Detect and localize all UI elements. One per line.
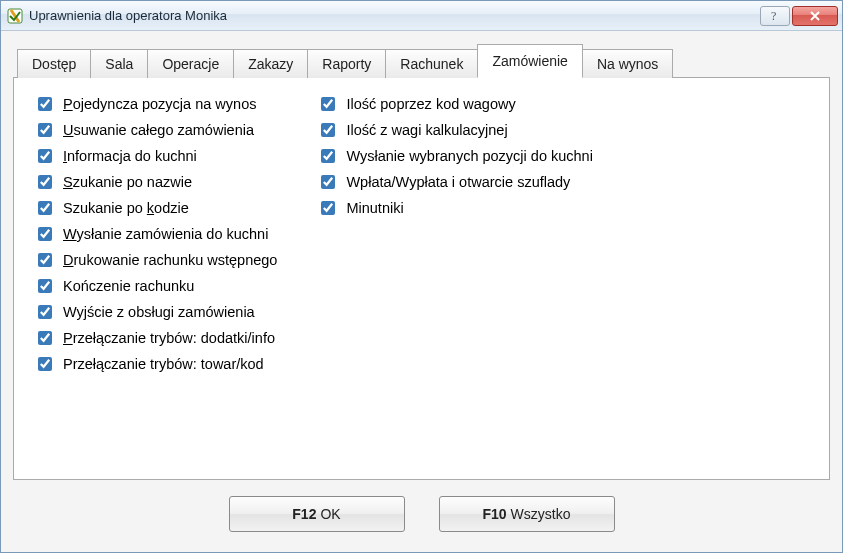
checkbox-row[interactable]: Informacja do kuchni: [34, 146, 277, 166]
ok-button[interactable]: F12 OK: [229, 496, 405, 532]
checkbox[interactable]: [321, 175, 335, 189]
tab-sala[interactable]: Sala: [90, 49, 148, 78]
help-button[interactable]: ?: [760, 6, 790, 26]
ok-button-label: OK: [320, 506, 340, 522]
checkbox[interactable]: [38, 97, 52, 111]
checkbox-column-left: Pojedyncza pozycja na wynosUsuwanie całe…: [34, 94, 277, 374]
titlebar: Uprawnienia dla operatora Monika ?: [1, 1, 842, 31]
checkbox-row[interactable]: Usuwanie całego zamówienia: [34, 120, 277, 140]
checkbox-row[interactable]: Drukowanie rachunku wstępnego: [34, 250, 277, 270]
tab-na-wynos[interactable]: Na wynos: [582, 49, 673, 78]
tab-zamówienie[interactable]: Zamówienie: [477, 44, 582, 78]
checkbox[interactable]: [38, 227, 52, 241]
checkbox-label: Szukanie po kodzie: [63, 198, 189, 218]
checkbox-label: Minutniki: [346, 198, 403, 218]
all-button[interactable]: F10 Wszystko: [439, 496, 615, 532]
checkbox-row[interactable]: Przełączanie trybów: dodatki/info: [34, 328, 277, 348]
checkbox-row[interactable]: Ilość poprzez kod wagowy: [317, 94, 592, 114]
checkbox-label: Przełączanie trybów: dodatki/info: [63, 328, 275, 348]
all-button-label: Wszystko: [511, 506, 571, 522]
checkbox[interactable]: [321, 149, 335, 163]
checkbox-label: Kończenie rachunku: [63, 276, 194, 296]
checkbox-label: Szukanie po nazwie: [63, 172, 192, 192]
svg-text:?: ?: [771, 10, 776, 22]
checkbox[interactable]: [38, 305, 52, 319]
checkbox[interactable]: [38, 149, 52, 163]
checkbox-label: Usuwanie całego zamówienia: [63, 120, 254, 140]
checkbox-label: Pojedyncza pozycja na wynos: [63, 94, 256, 114]
close-button[interactable]: [792, 6, 838, 26]
checkbox[interactable]: [321, 201, 335, 215]
ok-button-key: F12: [292, 506, 316, 522]
checkbox[interactable]: [321, 123, 335, 137]
checkbox-row[interactable]: Wpłata/Wypłata i otwarcie szuflady: [317, 172, 592, 192]
checkbox[interactable]: [38, 175, 52, 189]
checkbox[interactable]: [38, 201, 52, 215]
tab-raporty[interactable]: Raporty: [307, 49, 386, 78]
tab-dostęp[interactable]: Dostęp: [17, 49, 91, 78]
checkbox-label: Wyjście z obsługi zamówienia: [63, 302, 255, 322]
checkbox-row[interactable]: Przełączanie trybów: towar/kod: [34, 354, 277, 374]
checkbox[interactable]: [38, 123, 52, 137]
checkbox-row[interactable]: Wyjście z obsługi zamówienia: [34, 302, 277, 322]
checkbox-column-right: Ilość poprzez kod wagowyIlość z wagi kal…: [317, 94, 592, 374]
checkbox-label: Wysłanie wybranych pozycji do kuchni: [346, 146, 592, 166]
checkbox-label: Drukowanie rachunku wstępnego: [63, 250, 277, 270]
dialog-window: Uprawnienia dla operatora Monika ? Dostę…: [0, 0, 843, 553]
tab-zakazy[interactable]: Zakazy: [233, 49, 308, 78]
window-title: Uprawnienia dla operatora Monika: [29, 8, 760, 23]
checkbox-row[interactable]: Ilość z wagi kalkulacyjnej: [317, 120, 592, 140]
tab-operacje[interactable]: Operacje: [147, 49, 234, 78]
checkbox-row[interactable]: Szukanie po kodzie: [34, 198, 277, 218]
checkbox-label: Wysłanie zamówienia do kuchni: [63, 224, 268, 244]
tab-rachunek[interactable]: Rachunek: [385, 49, 478, 78]
tab-page-zamowienie: Pojedyncza pozycja na wynosUsuwanie całe…: [13, 77, 830, 480]
window-controls: ?: [760, 6, 838, 26]
app-icon: [7, 8, 23, 24]
checkbox-row[interactable]: Kończenie rachunku: [34, 276, 277, 296]
dialog-footer: F12 OK F10 Wszystko: [13, 480, 830, 540]
tabset: DostępSalaOperacjeZakazyRaportyRachunekZ…: [13, 43, 830, 480]
checkbox-row[interactable]: Szukanie po nazwie: [34, 172, 277, 192]
checkbox[interactable]: [38, 253, 52, 267]
checkbox-row[interactable]: Minutniki: [317, 198, 592, 218]
tab-strip: DostępSalaOperacjeZakazyRaportyRachunekZ…: [17, 43, 830, 77]
all-button-key: F10: [482, 506, 506, 522]
checkbox[interactable]: [38, 357, 52, 371]
checkbox[interactable]: [321, 97, 335, 111]
client-area: DostępSalaOperacjeZakazyRaportyRachunekZ…: [1, 31, 842, 552]
checkbox[interactable]: [38, 331, 52, 345]
checkbox-label: Ilość z wagi kalkulacyjnej: [346, 120, 507, 140]
checkbox-row[interactable]: Wysłanie wybranych pozycji do kuchni: [317, 146, 592, 166]
checkbox-label: Informacja do kuchni: [63, 146, 197, 166]
checkbox-columns: Pojedyncza pozycja na wynosUsuwanie całe…: [34, 94, 809, 374]
checkbox[interactable]: [38, 279, 52, 293]
checkbox-label: Przełączanie trybów: towar/kod: [63, 354, 264, 374]
checkbox-label: Wpłata/Wypłata i otwarcie szuflady: [346, 172, 570, 192]
checkbox-label: Ilość poprzez kod wagowy: [346, 94, 515, 114]
checkbox-row[interactable]: Wysłanie zamówienia do kuchni: [34, 224, 277, 244]
checkbox-row[interactable]: Pojedyncza pozycja na wynos: [34, 94, 277, 114]
